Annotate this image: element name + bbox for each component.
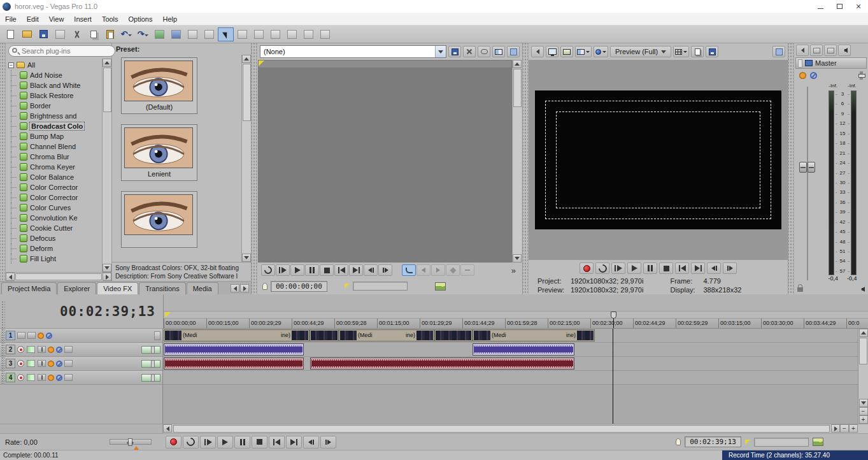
pause-icon[interactable]	[234, 436, 250, 449]
overflow-button[interactable]: »	[509, 266, 518, 275]
plugin-tree-item[interactable]: Color Corrector	[6, 192, 102, 203]
prev-frame-icon[interactable]	[364, 264, 378, 276]
scroll-thumb[interactable]	[15, 273, 102, 280]
scroll-down-icon[interactable]	[103, 264, 111, 272]
plugin-tree-item[interactable]: Chroma Keyer	[6, 162, 102, 172]
zoom-in-track-button[interactable]: +	[859, 415, 868, 424]
zoom-in-button[interactable]: +	[849, 424, 858, 433]
timeline-horizontal-scrollbar[interactable]: − +	[0, 424, 868, 433]
preview-quality-button[interactable]	[594, 46, 608, 57]
go-to-start-icon[interactable]	[675, 262, 689, 274]
plugin-tree-item[interactable]: Cookie Cutter	[6, 223, 102, 233]
track-lane-4[interactable]	[163, 371, 858, 385]
save-preset-button[interactable]	[448, 46, 461, 57]
plugin-tree-item[interactable]: Defocus	[6, 233, 102, 243]
master-fader[interactable]	[795, 83, 818, 284]
track-number[interactable]: 1	[6, 331, 15, 340]
mute-icon[interactable]	[46, 333, 52, 339]
stop-icon[interactable]	[659, 262, 673, 274]
mixer-icon[interactable]	[301, 27, 317, 41]
video-event[interactable]: (Medi ine)	[164, 329, 309, 341]
scroll-up-icon[interactable]	[103, 59, 111, 67]
undo-icon[interactable]	[118, 27, 134, 41]
split-screen-view-button[interactable]	[492, 46, 505, 57]
automation-settings-icon[interactable]	[48, 347, 54, 353]
fader-handle-right[interactable]	[808, 162, 815, 173]
go-to-end-icon[interactable]	[691, 262, 705, 274]
video-event[interactable]	[434, 329, 473, 341]
float-window-button[interactable]	[772, 46, 785, 57]
track-lane-2[interactable]	[163, 343, 858, 357]
mute-icon[interactable]	[810, 72, 817, 79]
plugin-tree-item[interactable]: Color Corrector	[6, 182, 102, 192]
track-lane-3[interactable]	[163, 357, 858, 371]
dock-grip[interactable]	[788, 43, 794, 294]
plugin-tree-item[interactable]: Color Curves	[6, 203, 102, 213]
menu-item[interactable]: View	[44, 14, 69, 24]
stop-icon[interactable]	[320, 264, 334, 276]
track-lanes[interactable]: (Medi ine) (Medi ine) (Medi ine)	[163, 329, 858, 424]
pan-slider-icon[interactable]	[38, 374, 46, 381]
envelope-edit-tool-icon[interactable]	[234, 27, 250, 41]
track-fx-icon[interactable]	[27, 332, 36, 339]
menu-item[interactable]: Options	[124, 14, 158, 24]
dock-grip[interactable]	[252, 43, 257, 294]
audio-event[interactable]	[310, 357, 574, 370]
downmix-output-button[interactable]	[838, 45, 851, 56]
minimize-strip-icon[interactable]	[798, 59, 802, 68]
chevron-down-icon[interactable]	[435, 46, 446, 57]
new-project-icon[interactable]	[3, 27, 18, 41]
scroll-thumb[interactable]	[513, 69, 522, 107]
curve-type-icon[interactable]	[402, 264, 416, 276]
tree-vertical-scrollbar[interactable]	[102, 59, 111, 272]
play-from-start-icon[interactable]	[276, 264, 290, 276]
level-slider-icon[interactable]	[154, 331, 160, 340]
track-grip[interactable]	[1, 329, 4, 342]
insert-keyframe-icon[interactable]	[446, 264, 460, 276]
open-project-icon[interactable]	[19, 27, 35, 41]
play-icon[interactable]	[217, 436, 233, 449]
loop-playback-icon[interactable]	[183, 436, 199, 449]
preset-thumbnail[interactable]	[121, 191, 197, 248]
preset-vertical-scrollbar[interactable]	[241, 55, 251, 262]
keyframe-cursor-marker[interactable]	[259, 61, 264, 66]
timeline-ruler[interactable]: 00:00:00;0000:00:15;0000:00:29;2900:00:4…	[163, 294, 868, 329]
arm-record-icon[interactable]	[17, 346, 24, 353]
timeline-current-timecode[interactable]: 00:02:39;13	[60, 304, 155, 319]
invert-phase-icon[interactable]	[64, 374, 73, 381]
close-button[interactable]: ×	[849, 0, 868, 13]
track-grip[interactable]	[1, 343, 4, 356]
record-icon[interactable]	[166, 436, 181, 449]
go-to-start-icon[interactable]	[334, 264, 348, 276]
split-screen-view-button[interactable]	[575, 46, 592, 57]
lock-icon[interactable]	[797, 287, 803, 292]
fx-timecode[interactable]: 00:00:00;00	[271, 281, 327, 292]
scroll-thumb[interactable]	[103, 68, 111, 112]
playhead-cursor[interactable]	[613, 329, 613, 424]
plugin-tree-item[interactable]: Fill Light	[6, 254, 102, 264]
dock-tab[interactable]: Project Media	[1, 282, 57, 294]
mute-icon[interactable]	[56, 375, 62, 381]
master-bus-title[interactable]: Master	[795, 57, 867, 69]
prev-frame-icon[interactable]	[303, 436, 319, 449]
rate-slider-handle[interactable]	[128, 438, 132, 446]
lock-envelopes-icon[interactable]	[185, 27, 201, 41]
ruler-labels[interactable]: 00:00:00;0000:00:15;0000:00:29;2900:00:4…	[164, 319, 868, 329]
playhead-handle[interactable]	[611, 312, 616, 319]
keyframe-vertical-scrollbar[interactable]	[512, 60, 522, 262]
transport-timecode[interactable]: 00:02:39;13	[685, 436, 741, 447]
loop-playback-icon[interactable]	[595, 262, 609, 274]
scroll-thumb[interactable]	[243, 64, 251, 121]
next-frame-icon[interactable]	[320, 436, 336, 449]
minimize-button[interactable]	[811, 0, 830, 13]
project-properties-icon[interactable]	[52, 27, 68, 41]
track-header[interactable]: 1	[0, 329, 162, 343]
play-icon[interactable]	[627, 262, 641, 274]
invert-phase-icon[interactable]	[64, 360, 73, 367]
maximize-button[interactable]	[830, 0, 849, 13]
plugin-tree-item[interactable]: Chroma Blur	[6, 152, 102, 162]
volume-slider[interactable]	[141, 346, 160, 354]
track-number[interactable]: 4	[6, 373, 15, 382]
marker-bar[interactable]	[164, 311, 868, 319]
timeline-vertical-scrollbar[interactable]: − +	[858, 329, 868, 424]
